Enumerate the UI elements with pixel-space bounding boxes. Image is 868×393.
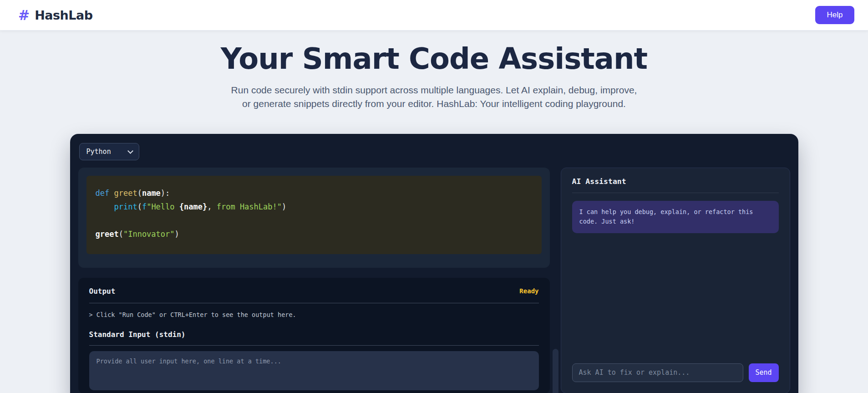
- left-column: def greet(name): print(f"Hello {name}, f…: [78, 168, 550, 393]
- app-logo: # HashLab: [18, 7, 93, 23]
- playground-grid: def greet(name): print(f"Hello {name}, f…: [78, 168, 790, 393]
- status-badge: Ready: [519, 287, 538, 295]
- navbar: # HashLab Help: [0, 0, 868, 31]
- playground-card: Python def greet(name): print(f"Hello {n…: [70, 134, 798, 393]
- app-title: HashLab: [35, 8, 92, 22]
- stdin-label: Standard Input (stdin): [89, 330, 539, 339]
- ai-welcome-message: I can help you debug, explain, or refact…: [572, 201, 779, 233]
- hash-logo-icon: #: [18, 7, 30, 23]
- ai-assistant-panel: AI Assistant I can help you debug, expla…: [561, 168, 790, 393]
- output-hint-text: > Click "Run Code" or CTRL+Enter to see …: [89, 311, 539, 318]
- page-title: Your Smart Code Assistant: [0, 41, 868, 77]
- language-select[interactable]: Python: [79, 143, 139, 160]
- ai-prompt-input[interactable]: [572, 363, 743, 382]
- subtitle-line-1: Run code securely with stdin support acr…: [0, 83, 868, 97]
- ai-input-row: Send: [572, 363, 779, 382]
- output-header: Output Ready: [89, 287, 539, 296]
- code-line: def greet(name):: [96, 186, 533, 200]
- output-title: Output: [89, 287, 116, 296]
- code-line: [96, 214, 533, 227]
- stdin-textarea[interactable]: [89, 351, 539, 390]
- subtitle-line-2: or generate snippets directly from your …: [0, 97, 868, 111]
- ai-messages-spacer: [572, 233, 779, 363]
- code-line: greet("Innovator"): [96, 227, 533, 241]
- page-subtitle: Run code securely with stdin support acr…: [0, 83, 868, 111]
- output-divider: [89, 303, 539, 303]
- language-select-wrap: Python: [79, 143, 139, 160]
- code-editor[interactable]: def greet(name): print(f"Hello {name}, f…: [86, 176, 542, 254]
- code-line: print(f"Hello {name}, from HashLab!"): [96, 200, 533, 214]
- output-panel: Output Ready > Click "Run Code" or CTRL+…: [78, 278, 550, 393]
- send-button[interactable]: Send: [749, 363, 779, 382]
- ai-assistant-title: AI Assistant: [572, 177, 779, 186]
- ai-divider: [572, 193, 779, 193]
- stdin-divider: [89, 345, 539, 346]
- hero-section: Your Smart Code Assistant Run code secur…: [0, 31, 868, 111]
- scrollbar-thumb[interactable]: [553, 349, 558, 393]
- help-button[interactable]: Help: [815, 6, 854, 24]
- editor-card: def greet(name): print(f"Hello {name}, f…: [78, 168, 550, 268]
